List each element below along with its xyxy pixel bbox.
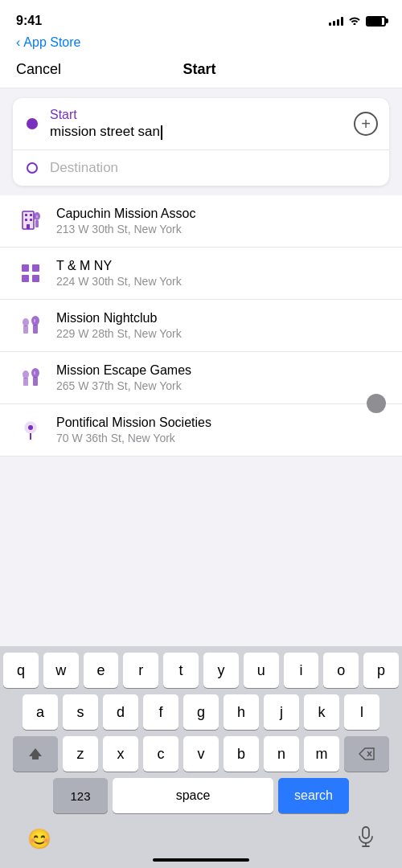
place-icon [16,416,45,444]
key-l[interactable]: l [344,694,379,730]
svg-rect-8 [35,220,39,227]
mic-key[interactable] [357,826,375,852]
destination-placeholder: Destination [50,160,118,176]
key-o[interactable]: o [323,653,359,688]
keyboard-row-3: z x c v b n m [3,736,399,772]
list-item[interactable]: Pontifical Mission Societies 70 W 36th S… [0,404,402,457]
svg-rect-2 [25,214,27,216]
key-b[interactable]: b [224,736,259,772]
result-name: Mission Nightclub [56,311,386,326]
svg-rect-9 [36,215,38,218]
result-text: Mission Escape Games 265 W 37th St, New … [56,363,386,392]
result-name: Capuchin Mission Assoc [56,207,386,221]
search-card: Start mission street san + Destination [13,98,389,186]
start-field-content: Start mission street san [50,108,162,140]
svg-rect-5 [30,219,32,221]
key-f[interactable]: f [143,694,178,730]
svg-point-22 [23,371,29,379]
start-value: mission street san [50,124,162,139]
search-key[interactable]: search [278,778,349,813]
key-y[interactable]: y [203,653,239,688]
key-s[interactable]: s [63,694,98,730]
result-text: T & M NY 224 W 30th St, New York [56,259,386,288]
destination-field[interactable]: Destination [13,149,389,186]
svg-rect-12 [22,275,29,282]
key-m[interactable]: m [304,736,339,772]
svg-rect-10 [22,264,29,272]
svg-point-25 [28,425,33,430]
key-w[interactable]: w [43,653,79,688]
key-i[interactable]: i [284,653,319,688]
key-t[interactable]: t [163,653,199,688]
battery-icon [366,16,386,27]
svg-rect-11 [32,264,39,272]
svg-rect-3 [30,214,32,216]
results-list: Capuchin Mission Assoc 213 W 30th St, Ne… [0,195,402,457]
place-icon [16,259,45,288]
start-label: Start [50,108,162,122]
list-item[interactable]: Mission Nightclub 229 W 28th St, New Yor… [0,300,402,352]
key-k[interactable]: k [304,694,339,730]
place-icon [16,311,45,340]
key-x[interactable]: x [103,736,138,772]
key-d[interactable]: d [103,694,138,730]
key-v[interactable]: v [183,736,219,772]
back-nav: ‹ App Store [0,35,402,55]
back-label[interactable]: App Store [23,35,80,50]
space-key[interactable]: space [113,778,273,813]
svg-rect-23 [23,378,28,386]
svg-rect-18 [23,326,28,334]
delete-key[interactable] [344,736,389,772]
list-item[interactable]: Mission Escape Games 265 W 37th St, New … [0,352,402,404]
key-c[interactable]: c [143,736,178,772]
status-time: 9:41 [16,14,42,28]
status-bar: 9:41 [0,0,402,35]
cancel-button[interactable]: Cancel [16,61,61,78]
home-indicator [153,858,249,862]
result-address: 224 W 30th St, New York [56,275,386,288]
numbers-key[interactable]: 123 [53,778,108,813]
start-field-icon [24,116,40,132]
key-q[interactable]: q [3,653,39,688]
key-a[interactable]: a [23,694,58,730]
svg-rect-20 [33,377,38,386]
key-u[interactable]: u [244,653,279,688]
shift-key[interactable] [13,736,58,772]
keyboard-row-1: q w e r t y u i o p [3,653,399,688]
key-r[interactable]: r [123,653,158,688]
result-name: Pontifical Mission Societies [56,416,386,430]
keyboard-bottom-bar: 😊 [3,820,399,865]
wifi-icon [348,15,361,27]
svg-rect-13 [32,275,39,282]
result-address: 70 W 36th St, New York [56,432,386,444]
list-item[interactable]: Capuchin Mission Assoc 213 W 30th St, Ne… [0,195,402,248]
list-item[interactable]: T & M NY 224 W 30th St, New York [0,248,402,300]
key-j[interactable]: j [264,694,299,730]
key-e[interactable]: e [84,653,119,688]
emoji-key[interactable]: 😊 [27,828,51,850]
svg-rect-21 [34,371,35,375]
svg-rect-16 [34,319,35,322]
signal-icon [329,16,343,26]
start-field[interactable]: Start mission street san + [13,98,389,149]
add-stop-button[interactable]: + [354,112,378,136]
key-h[interactable]: h [224,694,259,730]
result-name: T & M NY [56,259,386,273]
place-icon [16,207,45,235]
status-icons [329,15,386,27]
key-z[interactable]: z [63,736,98,772]
result-name: Mission Escape Games [56,363,386,378]
nav-bar: Cancel Start [0,55,402,88]
svg-rect-6 [27,224,30,229]
page-title: Start [183,61,216,78]
result-address: 213 W 30th St, New York [56,223,386,235]
place-icon [16,363,45,392]
result-text: Capuchin Mission Assoc 213 W 30th St, Ne… [56,207,386,235]
key-n[interactable]: n [264,736,299,772]
scroll-indicator [367,394,386,413]
keyboard: q w e r t y u i o p a s d f g h j k l z … [0,646,402,868]
svg-marker-26 [29,748,42,760]
key-p[interactable]: p [363,653,399,688]
key-g[interactable]: g [183,694,219,730]
destination-field-icon [24,160,40,176]
